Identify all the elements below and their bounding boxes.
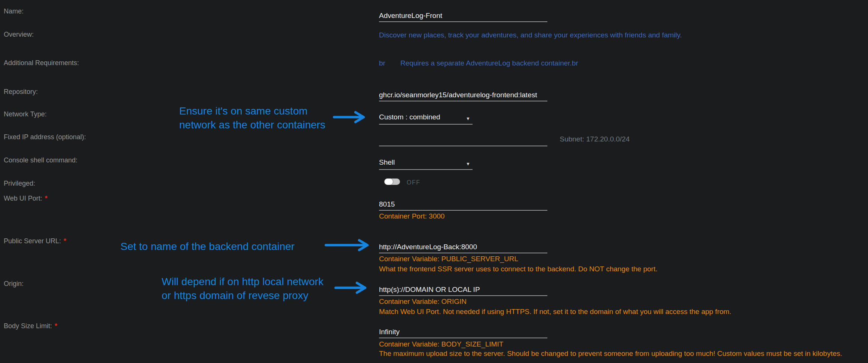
field-label-console-shell: Console shell command: — [4, 156, 77, 164]
repository-input[interactable] — [379, 91, 547, 99]
required-asterisk: * — [64, 237, 66, 245]
body-size-limit-field — [379, 324, 547, 338]
field-label-overview: Overview: — [4, 30, 34, 39]
additional-requirements-prefix: br — [379, 59, 385, 67]
fixed-ip-field — [379, 132, 547, 146]
privileged-state-label: OFF — [407, 179, 421, 186]
origin-variable-help: Container Variable: ORIGIN — [379, 297, 467, 306]
annotation-origin: Will depend if on http local network or … — [162, 275, 324, 302]
privileged-toggle[interactable] — [384, 179, 400, 185]
name-input[interactable] — [379, 12, 547, 20]
field-label-body-size-limit: Body Size Limit:* — [4, 322, 57, 330]
field-label-privileged: Privileged: — [4, 179, 35, 187]
required-asterisk: * — [55, 322, 57, 330]
field-label-public-server-url: Public Server URL:* — [4, 237, 66, 245]
web-ui-port-input[interactable] — [379, 200, 547, 208]
chevron-down-icon: ▼ — [466, 116, 470, 121]
name-field — [379, 8, 547, 22]
arrow-right-icon — [324, 239, 375, 251]
network-type-select[interactable]: Custom : combined ▼ — [379, 110, 473, 125]
public-server-url-input[interactable] — [379, 243, 547, 251]
web-ui-port-field — [379, 196, 547, 211]
toggle-knob — [385, 179, 393, 185]
origin-input[interactable] — [379, 286, 547, 294]
required-asterisk: * — [45, 195, 48, 202]
overview-text: Discover new places, track your adventur… — [379, 31, 682, 40]
annotation-public-server-url: Set to name of the backend container — [120, 240, 294, 253]
network-type-value: Custom : combined — [379, 113, 440, 121]
field-label-repository: Repository: — [4, 88, 38, 96]
console-shell-select[interactable]: Shell ▼ — [379, 156, 473, 170]
body-size-limit-variable-help: Container Variable: BODY_SIZE_LIMIT — [379, 340, 503, 349]
public-server-url-description-help: What the frontend SSR server uses to con… — [379, 265, 657, 274]
origin-field — [379, 282, 547, 296]
field-label-fixed-ip: Fixed IP address (optional): — [4, 133, 86, 141]
additional-requirements-text: brRequires a separate AdventureLog backe… — [379, 59, 578, 68]
arrow-right-icon — [334, 281, 373, 294]
arrow-right-icon — [332, 111, 371, 123]
container-port-help: Container Port: 3000 — [379, 212, 444, 221]
docker-template-form: Name: Overview: Additional Requirements:… — [0, 0, 868, 363]
field-label-network-type: Network Type: — [4, 110, 47, 118]
field-label-web-ui-port: Web UI Port:* — [4, 194, 48, 202]
body-size-limit-input[interactable] — [379, 328, 547, 336]
public-server-url-variable-help: Container Variable: PUBLIC_SERVER_URL — [379, 254, 518, 263]
body-size-limit-description-help: The maximum upload size to the server. S… — [379, 349, 842, 358]
additional-requirements-body: Requires a separate AdventureLog backend… — [400, 59, 578, 67]
console-shell-value: Shell — [379, 158, 395, 167]
field-label-name: Name: — [4, 7, 24, 15]
origin-description-help: Match Web UI Port. Not needed if using H… — [379, 307, 731, 316]
annotation-network-type: Ensure it's on same custom network as th… — [179, 104, 326, 132]
field-label-additional-requirements: Additional Requirements: — [4, 59, 79, 67]
fixed-ip-input[interactable] — [379, 136, 547, 144]
field-label-origin: Origin: — [4, 280, 24, 288]
chevron-down-icon: ▼ — [466, 161, 470, 167]
subnet-note: Subnet: 172.20.0.0/24 — [560, 135, 630, 143]
public-server-url-field — [379, 239, 547, 253]
repository-field — [379, 87, 547, 101]
